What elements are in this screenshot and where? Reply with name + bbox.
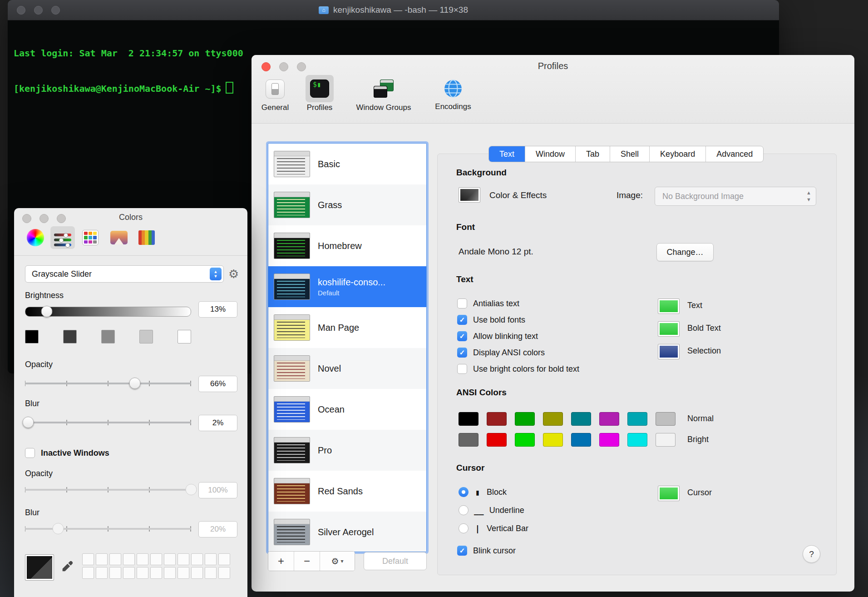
checkbox-box[interactable]: ✓ bbox=[25, 448, 35, 458]
checkbox-box[interactable]: ✓ bbox=[457, 315, 467, 325]
gray-swatch[interactable] bbox=[139, 330, 153, 343]
toolbar-item-encodings[interactable]: Encodings bbox=[426, 79, 480, 119]
checkbox-antialias-text[interactable]: ✓ Antialias text bbox=[457, 297, 519, 310]
swatch-cell[interactable] bbox=[82, 567, 94, 579]
ansi-bright-yellow[interactable] bbox=[543, 433, 563, 447]
ansi-bright-black[interactable] bbox=[459, 433, 478, 447]
swatch-cell[interactable] bbox=[109, 567, 121, 579]
radio-button[interactable] bbox=[459, 505, 469, 515]
swatch-cell[interactable] bbox=[109, 553, 121, 565]
radio-block-cursor[interactable]: ▮ Block bbox=[459, 487, 507, 498]
ansi-bright-magenta[interactable] bbox=[599, 433, 619, 447]
swatch-cell[interactable] bbox=[191, 553, 203, 565]
toolbar-item-general[interactable]: General bbox=[255, 79, 295, 119]
inactive-opacity-thumb[interactable] bbox=[186, 484, 197, 495]
swatch-cell[interactable] bbox=[205, 553, 217, 565]
help-button[interactable]: ? bbox=[803, 545, 820, 563]
profile-row-man-page[interactable]: Man Page bbox=[268, 307, 426, 348]
color-sliders-tab[interactable] bbox=[54, 233, 71, 247]
tab-advanced[interactable]: Advanced bbox=[706, 146, 763, 162]
inactive-opacity-value-field[interactable]: 100% bbox=[198, 482, 237, 498]
cursor-color-well[interactable] bbox=[658, 486, 680, 501]
swatch-cell[interactable] bbox=[164, 567, 176, 579]
inactive-opacity-slider[interactable] bbox=[25, 482, 191, 498]
toolbar-item-window-groups[interactable]: Window Groups bbox=[350, 79, 418, 119]
ansi-normal-magenta[interactable] bbox=[599, 412, 619, 426]
checkbox-blink-cursor[interactable]: ✓ Blink cursor bbox=[457, 544, 516, 557]
checkbox-box[interactable]: ✓ bbox=[457, 546, 467, 556]
color-palettes-tab[interactable] bbox=[82, 230, 99, 245]
tab-shell[interactable]: Shell bbox=[610, 146, 650, 162]
profile-list[interactable]: Basic Grass Homebrew koshilife-conso...D… bbox=[268, 143, 427, 552]
tab-window[interactable]: Window bbox=[525, 146, 576, 162]
brightness-slider[interactable] bbox=[25, 303, 191, 320]
profile-row-basic[interactable]: Basic bbox=[268, 144, 426, 184]
ansi-bright-white[interactable] bbox=[656, 433, 676, 447]
background-color-well[interactable] bbox=[459, 187, 480, 203]
add-profile-button[interactable]: + bbox=[268, 552, 294, 571]
opacity-track[interactable] bbox=[25, 383, 191, 384]
inactive-blur-value-field[interactable]: 20% bbox=[198, 521, 237, 537]
blur-slider[interactable] bbox=[25, 414, 191, 431]
inactive-blur-slider[interactable] bbox=[25, 521, 191, 537]
change-font-button[interactable]: Change… bbox=[656, 243, 714, 261]
tab-tab[interactable]: Tab bbox=[576, 146, 610, 162]
swatch-cell[interactable] bbox=[218, 553, 230, 565]
blur-track[interactable] bbox=[25, 422, 191, 423]
gear-icon[interactable]: ⚙ bbox=[228, 267, 239, 281]
profile-row-novel[interactable]: Novel bbox=[268, 348, 426, 389]
profile-row-pro[interactable]: Pro bbox=[268, 430, 426, 471]
blur-thumb[interactable] bbox=[23, 417, 34, 428]
profile-row-red-sands[interactable]: Red Sands bbox=[268, 471, 426, 512]
swatch-cell[interactable] bbox=[123, 553, 135, 565]
ansi-normal-white[interactable] bbox=[656, 412, 676, 426]
swatch-cell[interactable] bbox=[82, 553, 94, 565]
inactive-blur-track[interactable] bbox=[25, 528, 191, 530]
color-wheel-tab[interactable] bbox=[27, 229, 44, 246]
checkbox-box[interactable]: ✓ bbox=[457, 348, 467, 358]
checkbox-use-bold-fonts[interactable]: ✓ Use bold fonts bbox=[457, 313, 525, 326]
profile-row-silver-aerogel[interactable]: Silver Aerogel bbox=[268, 512, 426, 552]
ansi-bright-red[interactable] bbox=[487, 433, 507, 447]
text-color-well[interactable] bbox=[658, 298, 680, 314]
swatch-cell[interactable] bbox=[137, 553, 148, 565]
color-mode-dropdown[interactable]: Grayscale Slider ▲▼ bbox=[25, 265, 224, 283]
inactive-blur-thumb[interactable] bbox=[53, 523, 64, 534]
radio-button[interactable] bbox=[459, 487, 469, 497]
swatch-cell[interactable] bbox=[96, 553, 108, 565]
inactive-opacity-track[interactable] bbox=[25, 489, 191, 491]
opacity-value-field[interactable]: 66% bbox=[198, 376, 237, 392]
current-color-well[interactable] bbox=[25, 554, 54, 581]
tab-text[interactable]: Text bbox=[489, 146, 525, 162]
profile-row-ocean[interactable]: Ocean bbox=[268, 389, 426, 430]
colors-titlebar[interactable]: Colors bbox=[14, 208, 247, 226]
ansi-normal-black[interactable] bbox=[459, 412, 478, 426]
radio-button[interactable] bbox=[459, 523, 469, 533]
profile-actions-button[interactable]: ⚙▾ bbox=[320, 552, 355, 571]
bold-text-color-well[interactable] bbox=[658, 321, 680, 337]
selection-color-well[interactable] bbox=[658, 344, 680, 359]
pencils-tab[interactable] bbox=[138, 230, 155, 245]
swatch-cell[interactable] bbox=[205, 567, 217, 579]
eyedropper-icon[interactable] bbox=[60, 559, 75, 573]
gray-swatch[interactable] bbox=[63, 330, 77, 343]
opacity-slider[interactable] bbox=[25, 375, 191, 392]
radio-vertical-bar-cursor[interactable]: | Vertical Bar bbox=[459, 523, 528, 534]
gray-swatch[interactable] bbox=[178, 330, 191, 343]
profile-row-grass[interactable]: Grass bbox=[268, 184, 426, 225]
ansi-bright-cyan[interactable] bbox=[627, 433, 647, 447]
set-default-button[interactable]: Default bbox=[364, 552, 427, 570]
brightness-value-field[interactable]: 13% bbox=[198, 301, 237, 318]
saved-swatch-grid[interactable] bbox=[82, 553, 230, 579]
inactive-windows-checkbox[interactable]: ✓ Inactive Windows bbox=[25, 448, 109, 458]
ansi-normal-blue[interactable] bbox=[571, 412, 591, 426]
ansi-bright-green[interactable] bbox=[515, 433, 535, 447]
gray-swatch[interactable] bbox=[101, 330, 115, 343]
checkbox-box[interactable]: ✓ bbox=[457, 298, 467, 308]
gray-swatch[interactable] bbox=[25, 330, 39, 343]
remove-profile-button[interactable]: − bbox=[294, 552, 320, 571]
swatch-cell[interactable] bbox=[137, 567, 148, 579]
checkbox-allow-blinking-text[interactable]: ✓ Allow blinking text bbox=[457, 330, 538, 343]
profile-row-koshilife[interactable]: koshilife-conso...Default bbox=[268, 266, 426, 307]
terminal-titlebar[interactable]: ⌂ kenjikoshikawa — -bash — 119×38 bbox=[8, 0, 779, 20]
